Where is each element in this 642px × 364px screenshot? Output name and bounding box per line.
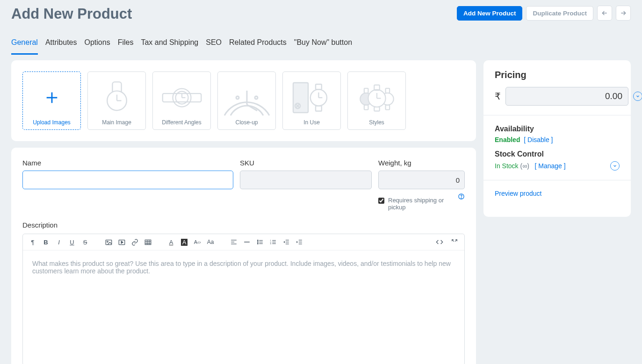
stock-qty: (∞)	[520, 162, 529, 170]
paragraph-icon[interactable]: ¶	[28, 237, 38, 247]
background-color-icon[interactable]: A	[179, 237, 189, 247]
sku-input[interactable]	[240, 171, 372, 189]
code-view-icon[interactable]	[434, 237, 445, 247]
availability-heading: Availability	[495, 125, 620, 133]
description-textarea[interactable]: What makes this product so great? Use th…	[23, 250, 464, 364]
help-icon[interactable]	[458, 193, 465, 201]
tab-buy-now[interactable]: "Buy Now" button	[294, 36, 352, 55]
requires-shipping-row[interactable]: Requires shipping or pickup	[378, 197, 458, 211]
svg-rect-25	[364, 105, 368, 109]
table-icon[interactable]	[143, 237, 153, 247]
chevron-down-icon	[613, 164, 617, 168]
duplicate-product-button[interactable]: Duplicate Product	[526, 6, 593, 21]
stock-status: In Stock	[495, 162, 519, 170]
currency-symbol: ₹	[495, 91, 501, 102]
tab-options[interactable]: Options	[85, 36, 110, 55]
images-panel: Upload Images Main Image	[11, 60, 476, 141]
slot-label: Different Angles	[162, 119, 202, 126]
expand-stock-button[interactable]	[610, 161, 620, 171]
svg-point-37	[107, 241, 108, 243]
tab-attributes[interactable]: Attributes	[45, 36, 77, 55]
image-slot-closeup[interactable]: Close-up	[217, 71, 276, 130]
svg-rect-19	[316, 106, 322, 111]
image-slot-main[interactable]: Main Image	[87, 71, 146, 130]
arrow-left-icon	[601, 9, 608, 17]
font-family-icon[interactable]: Aa	[205, 237, 216, 247]
sku-label: SKU	[240, 159, 372, 167]
link-icon[interactable]	[130, 237, 140, 247]
svg-point-13	[255, 96, 258, 99]
text-color-icon[interactable]: A	[166, 237, 176, 247]
bold-icon[interactable]: B	[41, 237, 51, 247]
svg-rect-36	[106, 240, 112, 244]
watch-collection-icon	[350, 76, 404, 119]
stock-heading: Stock Control	[495, 150, 620, 158]
name-label: Name	[22, 159, 233, 167]
tab-files[interactable]: Files	[118, 36, 134, 55]
previous-product-button[interactable]	[597, 6, 612, 21]
tab-related-products[interactable]: Related Products	[229, 36, 287, 55]
svg-point-50	[257, 242, 258, 243]
add-new-product-button[interactable]: Add New Product	[457, 6, 523, 21]
plus-icon	[44, 90, 60, 106]
strikethrough-icon[interactable]: S	[80, 237, 90, 247]
requires-shipping-checkbox[interactable]	[378, 198, 384, 204]
manage-stock-link[interactable]: [ Manage ]	[534, 162, 565, 170]
tab-general[interactable]: General	[11, 36, 38, 55]
image-slot-inuse[interactable]: In Use	[282, 71, 341, 130]
align-icon[interactable]	[229, 237, 239, 247]
svg-text:3: 3	[270, 243, 272, 245]
watch-band-icon	[155, 76, 209, 119]
chevron-down-icon	[635, 94, 640, 99]
arrow-right-icon	[620, 9, 627, 17]
editor-toolbar: ¶ B I U S	[23, 234, 464, 250]
image-icon[interactable]	[103, 237, 114, 247]
svg-point-52	[257, 243, 258, 244]
availability-status: Enabled	[495, 136, 520, 143]
svg-rect-31	[374, 107, 379, 111]
slot-label: Close-up	[235, 119, 258, 126]
video-icon[interactable]	[116, 237, 127, 247]
ordered-list-icon[interactable]: 123	[268, 237, 278, 247]
name-input[interactable]	[22, 171, 233, 189]
underline-icon[interactable]: U	[67, 237, 77, 247]
sidebar-panel: Pricing ₹ Availability Enabled [ Disable…	[483, 60, 631, 217]
fullscreen-icon[interactable]	[449, 237, 460, 247]
slot-label: Styles	[369, 119, 384, 126]
image-slot-styles[interactable]: Styles	[347, 71, 406, 130]
svg-rect-18	[316, 84, 322, 89]
price-input[interactable]	[505, 87, 628, 106]
next-product-button[interactable]	[616, 6, 631, 21]
upload-images-slot[interactable]: Upload Images	[22, 71, 81, 130]
indent-icon[interactable]	[294, 237, 304, 247]
svg-point-35	[461, 198, 462, 198]
svg-point-48	[257, 240, 258, 241]
product-tabs: General Attributes Options Files Tax and…	[11, 36, 631, 55]
page-title: Add New Product	[11, 6, 132, 22]
weight-label: Weight, kg	[378, 159, 465, 167]
slot-label: Main Image	[102, 119, 131, 126]
tab-seo[interactable]: SEO	[206, 36, 222, 55]
preview-product-link[interactable]: Preview product	[495, 190, 541, 197]
watch-wrist-icon	[285, 76, 339, 119]
requires-shipping-label: Requires shipping or pickup	[388, 197, 458, 211]
weight-input[interactable]	[378, 171, 465, 189]
outdent-icon[interactable]	[281, 237, 291, 247]
disable-link[interactable]: [ Disable ]	[524, 136, 553, 143]
tab-tax-shipping[interactable]: Tax and Shipping	[141, 36, 198, 55]
form-panel: Name SKU Weight, kg Requires shi	[11, 148, 476, 364]
svg-point-12	[236, 96, 239, 99]
svg-rect-27	[385, 88, 390, 93]
expand-pricing-button[interactable]	[633, 92, 642, 101]
hr-icon[interactable]	[242, 237, 252, 247]
svg-rect-24	[364, 88, 368, 93]
upload-images-label: Upload Images	[33, 119, 71, 126]
image-slot-angles[interactable]: Different Angles	[152, 71, 211, 130]
unordered-list-icon[interactable]	[255, 237, 265, 247]
clear-format-icon[interactable]: A‹›	[192, 237, 202, 247]
pricing-heading: Pricing	[495, 70, 620, 80]
description-label: Description	[22, 221, 465, 229]
watch-icon	[90, 76, 144, 119]
description-editor: ¶ B I U S	[22, 234, 465, 364]
italic-icon[interactable]: I	[54, 237, 64, 247]
